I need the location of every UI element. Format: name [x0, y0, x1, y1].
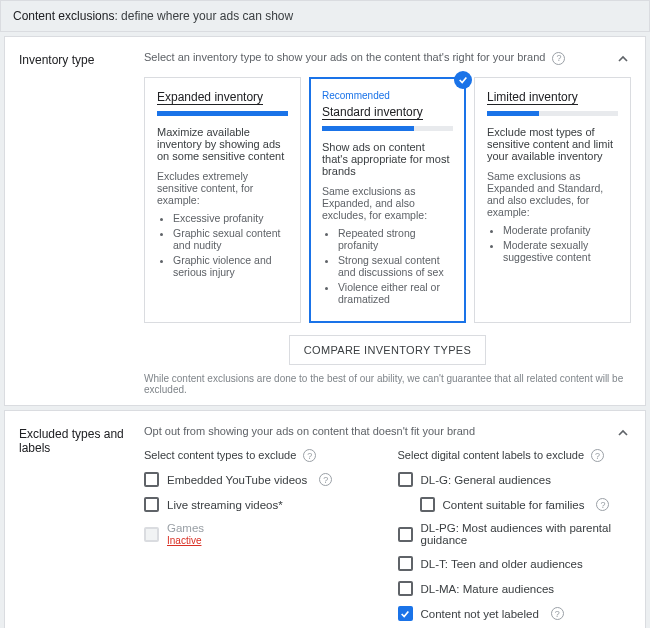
help-icon[interactable]: ?: [552, 52, 565, 65]
card-bullets: Moderate profanity Moderate sexually sug…: [487, 224, 618, 263]
card-desc: Maximize available inventory by showing …: [157, 126, 288, 162]
checkbox-dl-g[interactable]: DL-G: General audiences: [398, 472, 632, 487]
checkbox-dl-t[interactable]: DL-T: Teen and older audiences: [398, 556, 632, 571]
inventory-meter: [487, 111, 618, 116]
checkbox-games: Games Inactive: [144, 522, 378, 546]
excluded-types-label: Excluded types and labels: [19, 425, 144, 628]
content-labels-heading: Select digital content labels to exclude: [398, 449, 585, 461]
content-types-heading: Select content types to exclude: [144, 449, 296, 461]
compare-inventory-button[interactable]: COMPARE INVENTORY TYPES: [289, 335, 486, 365]
chevron-up-icon: [615, 425, 631, 441]
content-exclusions-header: Content exclusions: define where your ad…: [0, 0, 650, 32]
help-icon[interactable]: ?: [551, 607, 564, 620]
checkbox-dl-pg[interactable]: DL-PG: Most audiences with parental guid…: [398, 522, 632, 546]
checkbox-embedded-youtube[interactable]: Embedded YouTube videos ?: [144, 472, 378, 487]
inventory-type-label: Inventory type: [19, 51, 144, 395]
inventory-meter: [322, 126, 453, 131]
inventory-type-panel: Inventory type Select an inventory type …: [4, 36, 646, 406]
help-icon[interactable]: ?: [319, 473, 332, 486]
help-icon[interactable]: ?: [596, 498, 609, 511]
checkbox-icon: [398, 581, 413, 596]
checkbox-dl-ma[interactable]: DL-MA: Mature audiences: [398, 581, 632, 596]
checkbox-icon: [398, 472, 413, 487]
check-badge-icon: [454, 71, 472, 89]
card-sub: Excludes extremely sensitive content, fo…: [157, 170, 288, 206]
card-title: Expanded inventory: [157, 90, 263, 105]
inventory-disclaimer: While content exclusions are done to the…: [144, 373, 631, 395]
inventory-card-expanded[interactable]: Expanded inventory Maximize available in…: [144, 77, 301, 323]
content-types-column: Select content types to exclude ? Embedd…: [144, 449, 378, 628]
card-bullets: Excessive profanity Graphic sexual conte…: [157, 212, 288, 278]
card-desc: Show ads on content that's appropriate f…: [322, 141, 453, 177]
collapse-button[interactable]: [611, 47, 635, 71]
help-icon[interactable]: ?: [591, 449, 604, 462]
checkbox-icon: [144, 497, 159, 512]
checkbox-icon: [144, 472, 159, 487]
inactive-link[interactable]: Inactive: [167, 535, 204, 546]
inventory-cards: Expanded inventory Maximize available in…: [144, 77, 631, 323]
checkbox-families[interactable]: Content suitable for families ?: [398, 497, 632, 512]
recommended-label: Recommended: [322, 90, 453, 101]
checkbox-icon: [398, 556, 413, 571]
card-desc: Exclude most types of sensitive content …: [487, 126, 618, 162]
checkbox-icon: [420, 497, 435, 512]
checkbox-icon: [398, 606, 413, 621]
collapse-button[interactable]: [611, 421, 635, 445]
excluded-types-panel: Excluded types and labels Opt out from s…: [4, 410, 646, 628]
content-labels-column: Select digital content labels to exclude…: [398, 449, 632, 628]
inventory-card-limited[interactable]: Limited inventory Exclude most types of …: [474, 77, 631, 323]
checkbox-live-streaming[interactable]: Live streaming videos*: [144, 497, 378, 512]
inventory-subtitle: Select an inventory type to show your ad…: [144, 51, 631, 65]
card-bullets: Repeated strong profanity Strong sexual …: [322, 227, 453, 305]
excluded-subtitle: Opt out from showing your ads on content…: [144, 425, 631, 437]
help-icon[interactable]: ?: [303, 449, 316, 462]
card-sub: Same exclusions as Expanded and Standard…: [487, 170, 618, 218]
inventory-card-standard[interactable]: Recommended Standard inventory Show ads …: [309, 77, 466, 323]
card-title: Standard inventory: [322, 105, 423, 120]
checkbox-icon: [398, 527, 413, 542]
inventory-meter: [157, 111, 288, 116]
checkbox-icon: [144, 527, 159, 542]
chevron-up-icon: [615, 51, 631, 67]
card-title: Limited inventory: [487, 90, 578, 105]
card-sub: Same exclusions as Expanded, and also ex…: [322, 185, 453, 221]
checkbox-not-yet-labeled[interactable]: Content not yet labeled ?: [398, 606, 632, 621]
